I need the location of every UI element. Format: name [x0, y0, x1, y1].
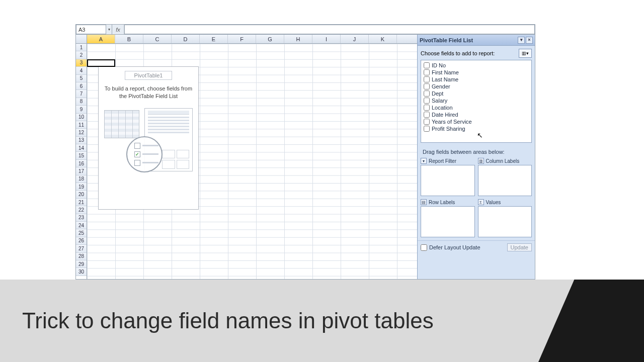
column-header[interactable]: J: [341, 35, 369, 43]
pivottable-placeholder[interactable]: PivotTable1 To build a report, choose fi…: [98, 66, 199, 210]
area-column-labels-drop[interactable]: [478, 165, 532, 196]
row-header[interactable]: 18: [76, 175, 87, 183]
row-header[interactable]: 3: [76, 59, 87, 67]
field-item[interactable]: Last Name: [423, 76, 530, 83]
field-item[interactable]: Salary: [423, 97, 530, 104]
area-row-labels-drop[interactable]: [421, 206, 475, 237]
work-area: ABCDEFGHIJK 1234567891011121314151617181…: [76, 35, 535, 279]
row-header[interactable]: 13: [76, 137, 87, 144]
area-report-filter[interactable]: ▾Report Filter: [421, 157, 475, 196]
row-header[interactable]: 8: [76, 98, 87, 106]
field-item[interactable]: Location: [423, 104, 530, 111]
cell-area[interactable]: PivotTable1 To build a report, choose fi…: [87, 44, 417, 279]
pivottable-illustration: ✓: [103, 107, 194, 188]
update-button[interactable]: Update: [507, 243, 532, 251]
row-header[interactable]: 6: [76, 82, 87, 90]
column-header[interactable]: A: [87, 35, 115, 43]
row-header[interactable]: 20: [76, 191, 87, 198]
row-header[interactable]: 29: [76, 260, 87, 268]
area-report-filter-drop[interactable]: [421, 165, 475, 196]
field-checkbox[interactable]: [424, 126, 430, 132]
column-header[interactable]: I: [312, 35, 341, 43]
row-header[interactable]: 26: [76, 237, 87, 245]
column-header[interactable]: H: [284, 35, 312, 43]
row-header[interactable]: 22: [76, 206, 87, 214]
row-header[interactable]: 24: [76, 222, 87, 229]
field-item[interactable]: Gender: [423, 83, 530, 90]
field-listbox[interactable]: ID NoFirst NameLast NameGenderDeptSalary…: [421, 60, 532, 143]
row-header[interactable]: 25: [76, 229, 87, 237]
area-row-labels[interactable]: ▤Row Labels: [421, 198, 475, 237]
row-header[interactable]: 27: [76, 245, 87, 252]
select-all-corner[interactable]: [76, 35, 87, 43]
row-header[interactable]: 30: [76, 268, 87, 276]
layout-options-button[interactable]: ▥▾: [519, 49, 532, 58]
row-header[interactable]: 12: [76, 129, 87, 136]
row-header[interactable]: 11: [76, 121, 87, 129]
formula-bar-row: A3 ▾ fx: [76, 25, 535, 35]
field-label: Years of Service: [432, 119, 472, 125]
active-cell[interactable]: [87, 59, 115, 67]
row-header[interactable]: 17: [76, 167, 87, 175]
pivottable-name-box: PivotTable1: [125, 71, 173, 80]
column-header[interactable]: G: [256, 35, 284, 43]
row-header[interactable]: 21: [76, 199, 87, 206]
areas-grid: ▾Report Filter ▥Column Labels ▤Row Label…: [418, 157, 535, 237]
field-item[interactable]: Profit Sharing: [423, 125, 530, 132]
column-header[interactable]: B: [115, 35, 143, 43]
row-header[interactable]: 15: [76, 152, 87, 159]
row-header[interactable]: 2: [76, 51, 87, 59]
columns-icon: ▥: [478, 158, 484, 164]
defer-layout-checkbox[interactable]: [421, 244, 427, 251]
field-label: Salary: [432, 98, 447, 104]
column-header[interactable]: F: [228, 35, 256, 43]
field-checkbox[interactable]: [424, 105, 430, 111]
field-checkbox[interactable]: [424, 98, 430, 104]
row-header[interactable]: 5: [76, 75, 87, 82]
pane-title: PivotTable Field List: [420, 37, 473, 43]
filter-icon: ▾: [421, 158, 427, 164]
formula-input[interactable]: [124, 25, 535, 34]
column-header[interactable]: C: [143, 35, 172, 43]
pane-titlebar[interactable]: PivotTable Field List ▾ ×: [418, 35, 535, 46]
column-header[interactable]: D: [172, 35, 200, 43]
field-item[interactable]: ID No: [423, 62, 530, 69]
field-item[interactable]: Dept: [423, 90, 530, 97]
field-checkbox[interactable]: [424, 112, 430, 118]
excel-window: A3 ▾ fx ABCDEFGHIJK 12345678910111213141…: [75, 24, 535, 280]
row-header-col: 1234567891011121314151617181920212223242…: [76, 44, 87, 279]
field-checkbox[interactable]: [424, 62, 430, 68]
row-header[interactable]: 23: [76, 214, 87, 222]
row-header[interactable]: 19: [76, 183, 87, 191]
row-header[interactable]: 9: [76, 106, 87, 113]
row-header[interactable]: 16: [76, 160, 87, 167]
area-values[interactable]: ΣValues: [478, 198, 532, 237]
field-checkbox[interactable]: [424, 119, 430, 125]
area-column-labels[interactable]: ▥Column Labels: [478, 157, 532, 196]
row-header[interactable]: 28: [76, 253, 87, 260]
field-checkbox[interactable]: [424, 69, 430, 75]
area-row-labels-label: Row Labels: [429, 200, 455, 205]
fx-label[interactable]: fx: [112, 25, 124, 34]
column-header[interactable]: E: [200, 35, 228, 43]
area-values-drop[interactable]: [478, 206, 532, 237]
field-item[interactable]: First Name: [423, 69, 530, 76]
field-checkbox[interactable]: [424, 83, 430, 89]
name-box-dropdown[interactable]: ▾: [106, 25, 112, 34]
row-header[interactable]: 14: [76, 144, 87, 152]
field-checkbox[interactable]: [424, 90, 430, 97]
field-label: Dept: [432, 90, 443, 97]
column-header[interactable]: K: [369, 35, 397, 43]
row-header[interactable]: 1: [76, 44, 87, 51]
row-header[interactable]: 7: [76, 90, 87, 98]
spreadsheet-grid[interactable]: ABCDEFGHIJK 1234567891011121314151617181…: [76, 35, 417, 279]
row-header[interactable]: 4: [76, 67, 87, 74]
pane-menu-button[interactable]: ▾: [518, 37, 525, 44]
name-box[interactable]: A3: [76, 25, 106, 34]
area-report-filter-label: Report Filter: [429, 158, 456, 164]
pane-close-button[interactable]: ×: [526, 37, 533, 44]
row-header[interactable]: 10: [76, 114, 87, 121]
field-item[interactable]: Years of Service: [423, 118, 530, 125]
field-item[interactable]: Date Hired: [423, 111, 530, 118]
field-checkbox[interactable]: [424, 76, 430, 82]
